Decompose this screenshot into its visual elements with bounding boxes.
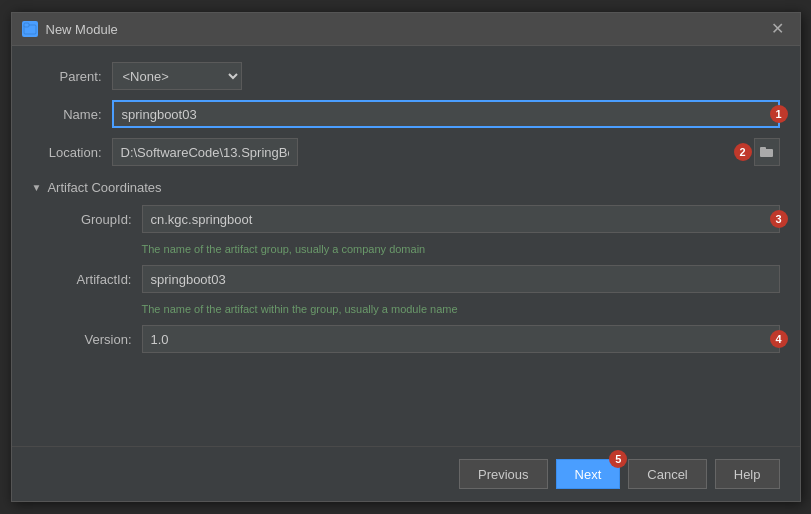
- parent-select[interactable]: <None>: [112, 62, 242, 90]
- browse-button[interactable]: [754, 138, 780, 166]
- previous-button[interactable]: Previous: [459, 459, 548, 489]
- location-input[interactable]: [112, 138, 298, 166]
- artifact-section-label: Artifact Coordinates: [47, 180, 161, 195]
- artifactid-input[interactable]: [142, 265, 780, 293]
- groupid-row: GroupId: 3: [52, 205, 780, 233]
- version-input[interactable]: [142, 325, 780, 353]
- artifactid-hint: The name of the artifact within the grou…: [142, 303, 780, 315]
- close-button[interactable]: ✕: [765, 19, 790, 39]
- dialog-content: Parent: <None> Name: 1 Location: 2: [12, 46, 800, 446]
- next-badge: 5: [609, 450, 627, 468]
- name-input-wrapper: 1: [112, 100, 780, 128]
- artifactid-row: ArtifactId:: [52, 265, 780, 293]
- name-badge: 1: [770, 105, 788, 123]
- svg-rect-3: [760, 147, 766, 151]
- cancel-button[interactable]: Cancel: [628, 459, 706, 489]
- parent-label: Parent:: [32, 69, 102, 84]
- artifactid-label: ArtifactId:: [52, 272, 132, 287]
- dialog-icon: [22, 21, 38, 37]
- artifact-section-header: ▼ Artifact Coordinates: [32, 180, 780, 195]
- name-label: Name:: [32, 107, 102, 122]
- next-button[interactable]: Next 5: [556, 459, 621, 489]
- name-row: Name: 1: [32, 100, 780, 128]
- groupid-input[interactable]: [142, 205, 780, 233]
- dialog-title: New Module: [46, 22, 118, 37]
- help-button[interactable]: Help: [715, 459, 780, 489]
- version-input-wrapper: 4: [142, 325, 780, 353]
- location-badge: 2: [734, 143, 752, 161]
- collapse-arrow-icon[interactable]: ▼: [32, 182, 42, 193]
- location-label: Location:: [32, 145, 102, 160]
- parent-row: Parent: <None>: [32, 62, 780, 90]
- name-input[interactable]: [112, 100, 780, 128]
- dialog-footer: Previous Next 5 Cancel Help: [12, 446, 800, 501]
- groupid-input-wrapper: 3: [142, 205, 780, 233]
- title-bar-left: New Module: [22, 21, 118, 37]
- groupid-label: GroupId:: [52, 212, 132, 227]
- version-label: Version:: [52, 332, 132, 347]
- groupid-hint: The name of the artifact group, usually …: [142, 243, 780, 255]
- location-input-wrapper: 2: [112, 138, 780, 166]
- version-badge: 4: [770, 330, 788, 348]
- groupid-badge: 3: [770, 210, 788, 228]
- location-row: Location: 2: [32, 138, 780, 166]
- new-module-dialog: New Module ✕ Parent: <None> Name: 1 Loca…: [11, 12, 801, 502]
- svg-rect-1: [24, 23, 29, 27]
- version-row: Version: 4: [52, 325, 780, 353]
- title-bar: New Module ✕: [12, 13, 800, 46]
